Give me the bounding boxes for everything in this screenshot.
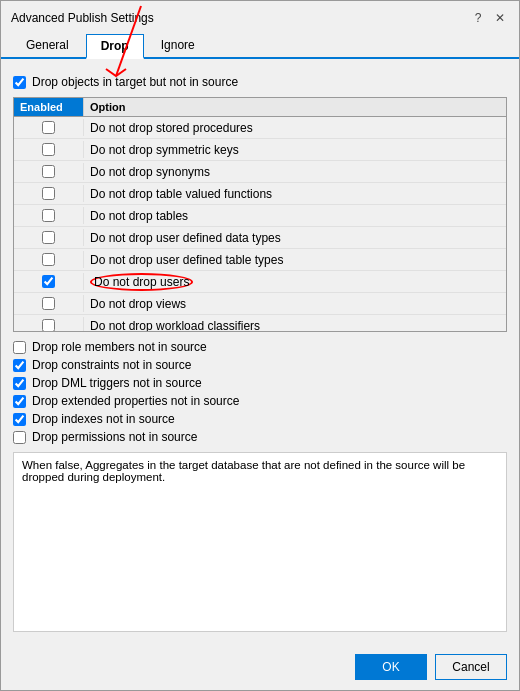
row-checkbox-8[interactable]: [42, 297, 55, 310]
row-checkbox-3[interactable]: [42, 187, 55, 200]
cell-option-7: Do not drop users: [84, 273, 506, 291]
table-row: Do not drop user defined data types: [14, 227, 506, 249]
cell-option-8: Do not drop views: [84, 295, 506, 313]
title-bar: Advanced Publish Settings ? ✕: [1, 1, 519, 33]
cancel-button[interactable]: Cancel: [435, 654, 507, 680]
drop-objects-checkbox[interactable]: [13, 76, 26, 89]
info-text: When false, Aggregates in the target dat…: [22, 459, 465, 483]
bottom-check-row-3: Drop extended properties not in source: [13, 394, 507, 408]
drop-objects-label: Drop objects in target but not in source: [32, 75, 238, 89]
cell-enabled-5: [14, 229, 84, 246]
tabs-container: General Drop Ignore: [1, 33, 519, 59]
bottom-checkbox-label-1: Drop constraints not in source: [32, 358, 191, 372]
cell-option-3: Do not drop table valued functions: [84, 185, 506, 203]
bottom-check-row-2: Drop DML triggers not in source: [13, 376, 507, 390]
row-checkbox-9[interactable]: [42, 319, 55, 331]
cell-option-2: Do not drop synonyms: [84, 163, 506, 181]
cell-option-9: Do not drop workload classifiers: [84, 317, 506, 332]
table-header: Enabled Option: [14, 98, 506, 117]
bottom-checkboxes: Drop role members not in sourceDrop cons…: [13, 340, 507, 444]
row-checkbox-1[interactable]: [42, 143, 55, 156]
cell-option-6: Do not drop user defined table types: [84, 251, 506, 269]
row-checkbox-2[interactable]: [42, 165, 55, 178]
bottom-check-row-4: Drop indexes not in source: [13, 412, 507, 426]
table-row: Do not drop stored procedures: [14, 117, 506, 139]
annotated-text: Do not drop users: [90, 273, 193, 291]
cell-option-5: Do not drop user defined data types: [84, 229, 506, 247]
row-checkbox-0[interactable]: [42, 121, 55, 134]
bottom-checkbox-label-4: Drop indexes not in source: [32, 412, 175, 426]
cell-option-0: Do not drop stored procedures: [84, 119, 506, 137]
bottom-checkbox-label-2: Drop DML triggers not in source: [32, 376, 202, 390]
bottom-checkbox-label-0: Drop role members not in source: [32, 340, 207, 354]
cell-enabled-4: [14, 207, 84, 224]
tab-content: Drop objects in target but not in source…: [1, 67, 519, 648]
row-checkbox-5[interactable]: [42, 231, 55, 244]
cell-option-4: Do not drop tables: [84, 207, 506, 225]
ok-button[interactable]: OK: [355, 654, 427, 680]
tab-ignore[interactable]: Ignore: [146, 33, 210, 57]
cell-enabled-8: [14, 295, 84, 312]
table-row: Do not drop table valued functions: [14, 183, 506, 205]
help-button[interactable]: ?: [469, 9, 487, 27]
cell-enabled-9: [14, 317, 84, 331]
table-row: Do not drop users: [14, 271, 506, 293]
title-buttons: ? ✕: [469, 9, 509, 27]
bottom-check-row-5: Drop permissions not in source: [13, 430, 507, 444]
bottom-checkbox-1[interactable]: [13, 359, 26, 372]
table-row: Do not drop views: [14, 293, 506, 315]
bottom-checkbox-label-5: Drop permissions not in source: [32, 430, 197, 444]
cell-enabled-3: [14, 185, 84, 202]
window-title: Advanced Publish Settings: [11, 11, 154, 25]
table-row: Do not drop symmetric keys: [14, 139, 506, 161]
bottom-checkbox-2[interactable]: [13, 377, 26, 390]
bottom-checkbox-0[interactable]: [13, 341, 26, 354]
tab-general[interactable]: General: [11, 33, 84, 57]
cell-option-1: Do not drop symmetric keys: [84, 141, 506, 159]
bottom-check-row-1: Drop constraints not in source: [13, 358, 507, 372]
cell-enabled-0: [14, 119, 84, 136]
table-row: Do not drop synonyms: [14, 161, 506, 183]
col-header-option: Option: [84, 98, 506, 116]
tab-drop[interactable]: Drop: [86, 34, 144, 59]
bottom-check-row-0: Drop role members not in source: [13, 340, 507, 354]
bottom-checkbox-3[interactable]: [13, 395, 26, 408]
cell-enabled-2: [14, 163, 84, 180]
table-body[interactable]: Do not drop stored proceduresDo not drop…: [14, 117, 506, 331]
col-header-enabled: Enabled: [14, 98, 84, 116]
options-table: Enabled Option Do not drop stored proced…: [13, 97, 507, 332]
row-checkbox-6[interactable]: [42, 253, 55, 266]
row-checkbox-7[interactable]: [42, 275, 55, 288]
bottom-checkbox-5[interactable]: [13, 431, 26, 444]
table-row: Do not drop tables: [14, 205, 506, 227]
bottom-checkbox-label-3: Drop extended properties not in source: [32, 394, 239, 408]
table-row: Do not drop workload classifiers: [14, 315, 506, 331]
footer: OK Cancel: [1, 648, 519, 690]
advanced-publish-settings-window: Advanced Publish Settings ? ✕ General Dr…: [0, 0, 520, 691]
cell-enabled-6: [14, 251, 84, 268]
cell-enabled-1: [14, 141, 84, 158]
bottom-checkbox-4[interactable]: [13, 413, 26, 426]
row-checkbox-4[interactable]: [42, 209, 55, 222]
cell-enabled-7: [14, 273, 84, 290]
table-row: Do not drop user defined table types: [14, 249, 506, 271]
close-button[interactable]: ✕: [491, 9, 509, 27]
info-box: When false, Aggregates in the target dat…: [13, 452, 507, 632]
drop-objects-row: Drop objects in target but not in source: [13, 75, 507, 89]
